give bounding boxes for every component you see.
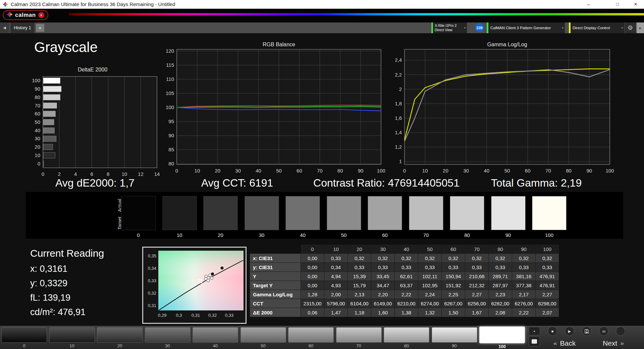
table-cell: 2,07 bbox=[536, 308, 559, 317]
svg-text:70: 70 bbox=[545, 168, 551, 173]
meter-dropdown[interactable]: X-Rite i1Pro 2 Direct View ▾ bbox=[431, 22, 467, 33]
pattern-patch-90[interactable] bbox=[432, 327, 477, 343]
pattern-patch-60[interactable] bbox=[288, 327, 334, 343]
svg-text:0,35: 0,35 bbox=[148, 253, 156, 258]
table-cell: 2,27 bbox=[465, 290, 489, 299]
spectrum-strip bbox=[69, 13, 644, 15]
svg-text:70: 70 bbox=[317, 168, 323, 173]
svg-text:1,6: 1,6 bbox=[395, 115, 402, 121]
table-cell: 2,27 bbox=[536, 290, 559, 299]
scroll-right-button[interactable]: ▸ bbox=[637, 22, 644, 33]
table-cell: 1,28 bbox=[301, 290, 324, 299]
svg-text:1,8: 1,8 bbox=[395, 101, 402, 106]
svg-text:80: 80 bbox=[35, 94, 40, 100]
tab-bar: ◀ History 1 + X-Rite i1Pro 2 Direct View… bbox=[0, 22, 644, 33]
display-control-dropdown[interactable]: Direct Display Control ▾ bbox=[569, 22, 624, 33]
chevron-down-icon: ▾ bbox=[621, 26, 623, 30]
back-button[interactable]: « Back bbox=[553, 339, 576, 348]
svg-text:1,4: 1,4 bbox=[395, 130, 402, 135]
patch-level-label: 20 bbox=[97, 343, 143, 348]
table-cell: 0,33 bbox=[418, 263, 442, 272]
pattern-patch-10[interactable] bbox=[49, 327, 95, 343]
table-cell: 0,06 bbox=[301, 308, 324, 317]
svg-text:0: 0 bbox=[403, 168, 406, 173]
meter-count-badge[interactable]: 239 bbox=[475, 23, 484, 32]
svg-text:50: 50 bbox=[276, 168, 282, 173]
svg-text:20: 20 bbox=[443, 168, 448, 173]
patch-level-label: 60 bbox=[288, 343, 334, 348]
table-cell: 0,32 bbox=[465, 254, 489, 263]
table-row: Gamma Log/Log1,282,002,132,202,222,242,2… bbox=[250, 290, 559, 299]
pattern-patch-100[interactable] bbox=[479, 327, 525, 343]
logo-caret-icon[interactable]: ▼ bbox=[38, 12, 44, 18]
svg-text:60: 60 bbox=[35, 111, 40, 116]
patch-level-label: 30 bbox=[145, 343, 191, 348]
table-row: CCT2315,005796,006104,006149,006210,0062… bbox=[250, 299, 559, 308]
play-button[interactable]: ▶ bbox=[565, 327, 574, 336]
reading-fl: fL: 139,19 bbox=[30, 293, 104, 303]
table-cell: 0,33 bbox=[371, 263, 395, 272]
logo-bar: calman ▼ bbox=[0, 9, 644, 22]
svg-text:30: 30 bbox=[463, 168, 469, 173]
svg-text:2,2: 2,2 bbox=[395, 72, 402, 78]
grayscale-swatch-40 bbox=[285, 196, 320, 230]
table-cell: 6276,00 bbox=[512, 299, 536, 308]
settings-gear-button[interactable]: ⚙ bbox=[625, 22, 636, 33]
svg-text:0,3: 0,3 bbox=[176, 313, 182, 318]
table-cell: 6256,00 bbox=[465, 299, 489, 308]
stop-button[interactable]: ■ bbox=[548, 327, 557, 336]
link-button[interactable]: ∞ bbox=[599, 327, 608, 336]
row-label: Target Y bbox=[250, 281, 301, 290]
pattern-patch-0[interactable] bbox=[1, 327, 47, 343]
table-cell: 150,94 bbox=[442, 272, 465, 281]
svg-text:30: 30 bbox=[35, 136, 40, 141]
pattern-patch-50[interactable] bbox=[240, 327, 286, 343]
table-cell: 2,08 bbox=[489, 308, 512, 317]
pattern-patch-70[interactable] bbox=[336, 327, 382, 343]
column-header: 80 bbox=[489, 245, 512, 254]
chevron-down-icon: ▾ bbox=[464, 26, 466, 30]
svg-text:2: 2 bbox=[58, 171, 60, 177]
table-cell: 476,91 bbox=[536, 281, 559, 290]
patch-level-label: 70 bbox=[336, 343, 382, 348]
tab-history-1[interactable]: History 1 bbox=[10, 22, 35, 33]
pattern-patch-80[interactable] bbox=[384, 327, 429, 343]
table-cell: 377,38 bbox=[512, 281, 536, 290]
table-cell: 34,47 bbox=[371, 281, 395, 290]
table-row: y: CIE310,000,340,330,330,330,330,330,33… bbox=[250, 263, 559, 272]
maximize-button[interactable]: □ bbox=[612, 0, 623, 9]
pattern-window-button[interactable] bbox=[529, 336, 540, 347]
titlebar: Calman 2023 Calman Ultimate for Business… bbox=[0, 0, 644, 9]
next-chevrons-icon: » bbox=[620, 340, 624, 347]
minimize-button[interactable]: – bbox=[583, 0, 594, 9]
table-cell: 0,32 bbox=[371, 254, 395, 263]
grayscale-swatch-60 bbox=[368, 196, 402, 230]
swatch-level-label: 100 bbox=[532, 232, 567, 238]
svg-text:0: 0 bbox=[175, 168, 178, 173]
pattern-generator-dropdown[interactable]: CalMAN Client 3 Pattern Generator ▾ bbox=[487, 22, 565, 33]
table-cell: 15,79 bbox=[348, 281, 371, 290]
svg-text:105: 105 bbox=[166, 90, 174, 96]
column-header: 30 bbox=[371, 245, 395, 254]
collapse-up-button[interactable]: ▲ bbox=[529, 327, 540, 335]
swatch-level-label: 70 bbox=[409, 232, 443, 238]
table-cell: 0,00 bbox=[301, 272, 324, 281]
add-tab-button[interactable]: + bbox=[36, 24, 44, 32]
collapse-panel-button[interactable]: ◀ bbox=[0, 22, 9, 33]
refresh-button[interactable] bbox=[616, 327, 625, 336]
pattern-patch-20[interactable] bbox=[97, 327, 143, 343]
close-button[interactable]: × bbox=[630, 0, 641, 9]
swatch-level-label: 10 bbox=[162, 232, 197, 238]
table-cell: 1,50 bbox=[442, 308, 465, 317]
row-label: Y bbox=[250, 272, 301, 281]
swatch-level-label: 20 bbox=[203, 232, 238, 238]
save-button[interactable] bbox=[582, 327, 591, 336]
back-chevrons-icon: « bbox=[553, 340, 557, 347]
pattern-patch-30[interactable] bbox=[145, 327, 191, 343]
table-cell: 476,91 bbox=[536, 272, 559, 281]
calman-logo-menu[interactable]: calman ▼ bbox=[3, 10, 48, 20]
column-header: 10 bbox=[324, 245, 348, 254]
pattern-patch-40[interactable] bbox=[193, 327, 238, 343]
table-cell: 0,32 bbox=[489, 254, 512, 263]
next-button[interactable]: Next » bbox=[603, 339, 624, 348]
